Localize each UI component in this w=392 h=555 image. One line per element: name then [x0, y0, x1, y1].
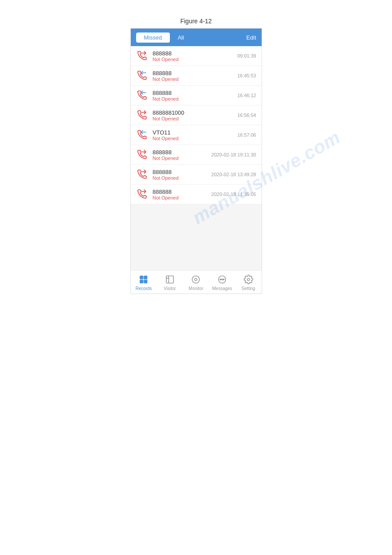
bottom-nav: RecordsVisitorMonitorMessagesSetting — [131, 270, 262, 294]
incoming-call-icon — [136, 89, 148, 102]
outgoing-call-icon — [136, 50, 148, 62]
call-name: VTO11 — [153, 129, 237, 136]
phone-container: Missed All Edit 888888Not Opened09:01:39… — [130, 28, 262, 294]
svg-rect-8 — [140, 276, 143, 279]
call-name: 888888 — [153, 70, 237, 76]
call-list: 888888Not Opened09:01:39 888888Not Opene… — [131, 46, 262, 204]
call-status: Not Opened — [153, 195, 212, 200]
call-item[interactable]: 888888Not Opened09:01:39 — [131, 46, 262, 66]
svg-point-16 — [195, 278, 198, 281]
svg-rect-11 — [144, 280, 147, 283]
call-name: 888888 — [153, 169, 212, 175]
nav-label-visitor: Visitor — [164, 286, 176, 291]
call-time: 16:46:12 — [237, 93, 256, 98]
call-item[interactable]: 888888Not Opened2020-02-18 11:35:05 — [131, 185, 262, 204]
nav-label-monitor: Monitor — [189, 286, 203, 291]
figure-label: Figure 4-12 — [180, 18, 212, 25]
incoming-call-icon — [136, 129, 148, 141]
call-time: 2020-02-18 19:11:30 — [211, 152, 256, 157]
call-name: 8888881000 — [153, 109, 237, 116]
nav-item-monitor[interactable]: Monitor — [183, 271, 209, 294]
tab-all[interactable]: All — [170, 33, 192, 43]
empty-area — [131, 204, 262, 270]
nav-label-records: Records — [136, 286, 152, 291]
nav-item-records[interactable]: Records — [131, 271, 157, 294]
call-status: Not Opened — [153, 57, 237, 62]
setting-icon — [243, 274, 254, 285]
records-icon — [138, 274, 149, 285]
svg-point-21 — [247, 278, 250, 281]
call-status: Not Opened — [153, 136, 237, 141]
call-time: 16:57:06 — [237, 132, 256, 138]
nav-label-setting: Setting — [241, 286, 255, 291]
svg-point-18 — [220, 279, 221, 280]
visitor-icon — [165, 274, 175, 285]
svg-point-15 — [192, 276, 200, 283]
svg-point-19 — [222, 279, 223, 280]
outgoing-call-icon — [136, 168, 148, 181]
edit-button[interactable]: Edit — [246, 34, 256, 41]
incoming-call-icon — [136, 69, 148, 82]
call-time: 2020-02-18 13:49:28 — [211, 172, 256, 177]
call-item[interactable]: VTO11Not Opened16:57:06 — [131, 125, 262, 145]
call-time: 16:56:54 — [237, 112, 256, 118]
nav-item-visitor[interactable]: Visitor — [157, 271, 183, 294]
call-name: 888888 — [153, 50, 237, 57]
call-item[interactable]: 888888Not Opened2020-02-18 19:11:30 — [131, 145, 262, 165]
tab-missed[interactable]: Missed — [136, 33, 170, 43]
call-name: 888888 — [153, 149, 212, 156]
call-name: 888888 — [153, 90, 237, 96]
nav-label-messages: Messages — [212, 286, 232, 291]
call-time: 16:45:53 — [237, 73, 256, 78]
call-item[interactable]: 8888881000Not Opened16:56:54 — [131, 105, 262, 125]
outgoing-call-icon — [136, 149, 148, 161]
call-item[interactable]: 888888Not Opened16:45:53 — [131, 66, 262, 86]
call-time: 09:01:39 — [237, 53, 256, 58]
tab-group: Missed All — [136, 33, 192, 43]
messages-icon — [217, 274, 227, 285]
svg-rect-9 — [144, 276, 147, 279]
monitor-icon — [191, 274, 201, 285]
svg-rect-12 — [166, 276, 174, 283]
call-item[interactable]: 888888Not Opened16:46:12 — [131, 86, 262, 105]
svg-rect-10 — [140, 280, 143, 283]
nav-item-messages[interactable]: Messages — [209, 271, 235, 294]
call-status: Not Opened — [153, 116, 237, 121]
svg-point-20 — [223, 279, 224, 280]
call-item[interactable]: 888888Not Opened2020-02-18 13:49:28 — [131, 165, 262, 185]
call-status: Not Opened — [153, 156, 212, 161]
call-status: Not Opened — [153, 96, 237, 102]
call-time: 2020-02-18 11:35:05 — [211, 192, 256, 197]
outgoing-call-icon — [136, 188, 148, 200]
call-name: 888888 — [153, 189, 212, 195]
nav-item-setting[interactable]: Setting — [235, 271, 262, 294]
top-bar: Missed All Edit — [131, 29, 262, 46]
call-status: Not Opened — [153, 76, 237, 82]
outgoing-call-icon — [136, 109, 148, 121]
call-status: Not Opened — [153, 175, 212, 181]
